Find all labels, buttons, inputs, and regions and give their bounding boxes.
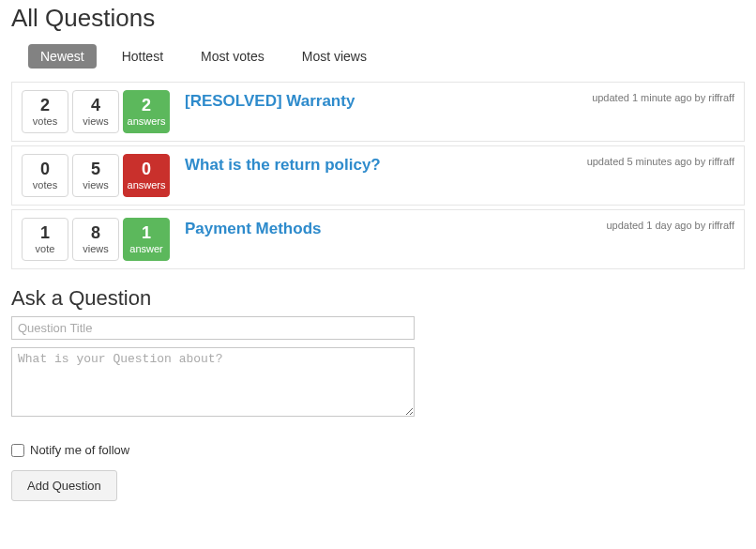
votes-label: vote [23,243,68,254]
votes-count: 1 [23,224,68,243]
views-count: 5 [73,160,118,179]
views-label: views [73,179,118,191]
question-meta: updated 5 minutes ago by riffraff [576,156,734,167]
question-row: 2votes4views2answers[RESOLVED] Warrantyu… [11,82,745,142]
votes-count: 0 [23,160,68,179]
views-box: 8views [72,218,119,261]
votes-label: votes [23,115,68,127]
notify-follow-row[interactable]: Notify me of follow [11,443,745,457]
notify-follow-checkbox[interactable] [11,444,24,457]
question-row: 0votes5views0answersWhat is the return p… [11,145,745,206]
views-count: 8 [73,224,118,243]
question-meta: updated 1 day ago by riffraff [595,220,734,231]
votes-box: 0votes [22,154,68,197]
page-title: All Questions [11,4,745,33]
notify-follow-label: Notify me of follow [30,443,129,457]
answers-box: 2answers [123,90,170,133]
views-count: 4 [73,97,118,115]
answers-box: 0answers [123,154,170,197]
answers-box: 1answer [123,218,170,261]
add-question-button[interactable]: Add Question [11,470,117,501]
tab-newest[interactable]: Newest [28,44,97,69]
question-title-input[interactable] [11,316,415,340]
votes-box: 2votes [22,90,68,133]
votes-label: votes [23,179,68,191]
votes-box: 1vote [22,218,68,261]
votes-count: 2 [23,97,68,115]
views-label: views [73,115,118,127]
answers-count: 0 [124,160,169,179]
tab-most-views[interactable]: Most views [290,44,379,69]
tab-hottest[interactable]: Hottest [110,44,175,69]
question-title-link[interactable]: What is the return policy? [185,156,381,175]
answers-count: 2 [124,97,169,115]
answers-label: answers [124,115,169,127]
question-row: 1vote8views1answerPayment Methodsupdated… [11,209,745,269]
question-meta: updated 1 minute ago by riffraff [581,92,734,103]
views-box: 4views [72,90,119,133]
question-title-link[interactable]: Payment Methods [185,220,321,238]
question-body-input[interactable] [11,347,415,417]
tab-most-votes[interactable]: Most votes [189,44,277,69]
answers-count: 1 [124,224,169,243]
answers-label: answers [124,179,169,191]
question-list: 2votes4views2answers[RESOLVED] Warrantyu… [11,82,745,269]
views-box: 5views [72,154,119,197]
answers-label: answer [124,243,169,254]
views-label: views [73,243,118,254]
question-title-link[interactable]: [RESOLVED] Warranty [185,92,355,111]
ask-question-heading: Ask a Question [11,286,745,311]
filter-tabs: NewestHottestMost votesMost views [11,44,745,82]
